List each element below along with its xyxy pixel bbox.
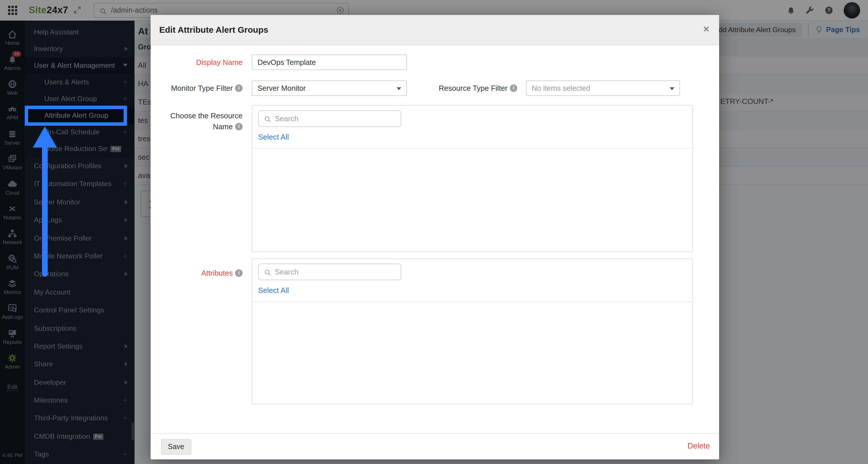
resource-type-filter-select[interactable]: No items selected [526,80,680,96]
resource-name-label-line2: Namei [151,121,243,132]
close-icon[interactable]: ✕ [703,24,710,34]
attributes-search-input[interactable]: Search [258,264,401,280]
app-root: At Add Attribute Alert Groups Page Tips … [0,0,868,464]
resource-select-all-link[interactable]: Select All [258,133,289,141]
info-icon[interactable]: i [510,85,517,92]
attributes-list [252,301,692,302]
search-icon [264,115,271,122]
resource-type-filter-label: Resource Type Filteri [425,80,517,96]
annotation-arrow-shaft [42,146,48,277]
resource-name-label-line1: Choose the Resource [151,110,243,121]
modal-header: Edit Attribute Alert Groups ✕ [151,15,719,45]
search-icon [264,268,271,276]
monitor-type-filter-label: Monitor Type Filteri [151,80,243,96]
annotation-highlight-box [25,106,127,126]
info-icon[interactable]: i [235,85,243,92]
resource-list [252,148,692,149]
annotation-arrow-head [33,126,57,147]
attributes-select-all-link[interactable]: Select All [258,286,289,295]
info-icon[interactable]: i [235,269,243,276]
modal-title: Edit Attribute Alert Groups [159,25,268,34]
delete-button[interactable]: Delete [687,441,710,450]
edit-attribute-alert-groups-modal: Edit Attribute Alert Groups ✕ Display Na… [151,15,719,459]
save-button[interactable]: Save [161,439,191,455]
resource-search-input[interactable]: Search [258,110,401,127]
footer-divider [151,433,719,434]
display-name-input[interactable]: DevOps Template [252,55,407,70]
info-icon[interactable]: i [235,123,243,130]
monitor-type-filter-select[interactable]: Server Monitor [252,80,407,96]
display-name-label: Display Name [151,55,243,70]
attributes-label: Attributesi [151,268,243,278]
attributes-picker-panel: Search Select All [252,258,693,404]
resource-picker-panel: Search Select All [252,105,693,252]
